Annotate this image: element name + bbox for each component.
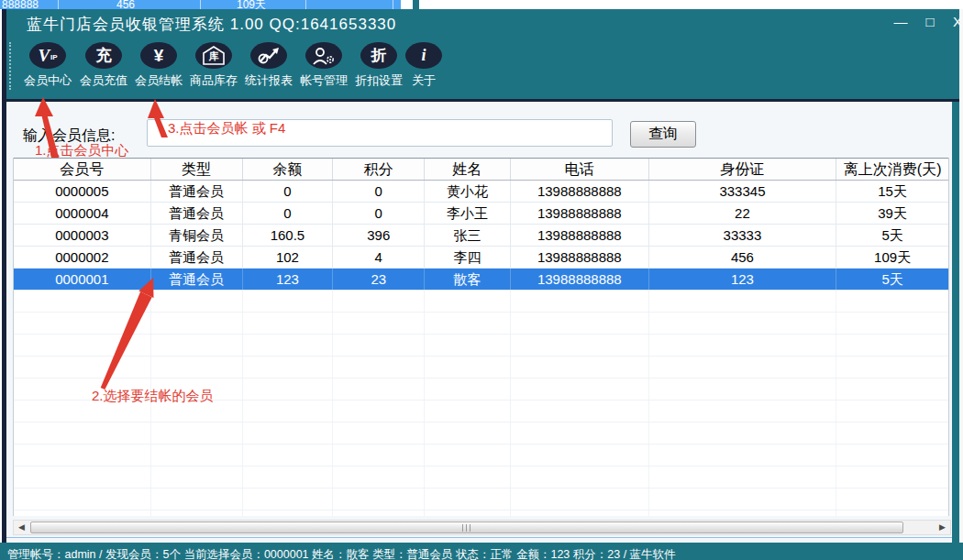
scrollbar-thumb[interactable] — [30, 522, 903, 533]
table-cell — [14, 291, 151, 312]
table-cell — [151, 511, 243, 516]
table-cell — [511, 291, 649, 312]
column-header[interactable]: 类型 — [151, 159, 243, 180]
table-row — [14, 335, 948, 357]
column-header[interactable]: 积分 — [333, 159, 425, 180]
table-cell: 102 — [243, 247, 334, 268]
table-cell — [151, 423, 243, 444]
table-cell — [836, 335, 948, 356]
table-cell — [836, 357, 948, 378]
table-cell — [151, 357, 243, 378]
table-cell — [649, 489, 837, 510]
toolbar-member-center[interactable]: VIP 会员中心 — [20, 40, 75, 95]
table-cell — [511, 489, 649, 510]
toolbar-label: 关于 — [403, 72, 445, 89]
toolbar-label: 折扣设置 — [351, 72, 406, 89]
toolbar-inventory[interactable]: 库 商品库存 — [186, 40, 241, 95]
background-cell: 109天 — [237, 0, 266, 9]
table-cell: 普通会员 — [151, 247, 243, 268]
status-bar: 管理帐号：admin / 发现会员：5个 当前选择会员：0000001 姓名：散… — [0, 543, 963, 560]
column-header[interactable]: 电话 — [511, 159, 649, 180]
query-button[interactable]: 查询 — [630, 121, 696, 148]
table-cell — [511, 511, 649, 516]
table-cell — [333, 511, 425, 516]
table-cell — [649, 313, 837, 334]
minimize-button[interactable]: — — [890, 13, 912, 31]
status-text: 管理帐号：admin / 发现会员：5个 当前选择会员：0000001 姓名：散… — [7, 547, 676, 560]
table-cell: 13988888888 — [511, 269, 649, 290]
table-cell — [333, 379, 425, 400]
toolbar-grip — [9, 42, 11, 90]
table-header-row: 会员号 类型 余额 积分 姓名 电话 身份证 离上次消费(天) — [14, 158, 948, 181]
table-cell: 160.5 — [243, 225, 334, 246]
yen-icon: ¥ — [140, 42, 177, 69]
table-cell — [649, 467, 837, 488]
table-cell — [836, 401, 948, 422]
window-title: 蓝牛门店会员收银管理系统 1.00 QQ:1641653330 — [27, 14, 396, 35]
column-header[interactable]: 会员号 — [14, 159, 151, 180]
discount-icon: 折 — [360, 42, 397, 69]
table-cell — [836, 379, 948, 400]
table-cell — [425, 489, 511, 510]
close-button[interactable]: X — [946, 13, 963, 31]
table-cell — [649, 445, 837, 466]
table-cell: 23 — [333, 269, 425, 290]
toolbar-account-management[interactable]: 帐号管理 — [296, 40, 351, 95]
scroll-left-arrow[interactable]: ◀ — [14, 521, 29, 534]
table-row — [14, 423, 948, 445]
table-row[interactable]: 0000005普通会员00黄小花1398888888833334515天 — [14, 181, 948, 203]
table-cell — [151, 445, 243, 466]
table-cell — [649, 379, 837, 400]
table-cell — [333, 335, 425, 356]
table-cell: 散客 — [425, 269, 511, 290]
chart-icon — [250, 42, 287, 69]
horizontal-scrollbar[interactable]: ◀ ▶ — [13, 520, 951, 535]
column-header[interactable]: 姓名 — [425, 159, 511, 180]
table-cell: 李四 — [425, 247, 511, 268]
table-cell: 青铜会员 — [151, 225, 243, 246]
table-row[interactable]: 0000002普通会员1024李四13988888888456109天 — [14, 247, 948, 269]
table-body: 0000005普通会员00黄小花1398888888833334515天0000… — [14, 181, 948, 516]
vip-icon: VIP — [29, 42, 66, 69]
table-cell — [333, 423, 425, 444]
window-right-border — [952, 35, 959, 543]
table-cell: 333345 — [649, 181, 837, 202]
toolbar-reports[interactable]: 统计报表 — [241, 40, 296, 95]
column-header[interactable]: 离上次消费(天) — [836, 159, 948, 180]
toolbar-label: 商品库存 — [186, 72, 241, 89]
table-cell — [14, 357, 151, 378]
maximize-button[interactable]: □ — [919, 13, 941, 31]
column-header[interactable]: 身份证 — [649, 159, 837, 180]
table-cell — [14, 511, 151, 516]
table-cell — [333, 489, 425, 510]
table-cell — [151, 313, 243, 334]
toolbar-label: 统计报表 — [241, 72, 296, 89]
table-cell — [14, 423, 151, 444]
toolbar: VIP 会员中心 充 会员充值 ¥ 会员结帐 库 商品库存 — [6, 35, 959, 99]
table-cell — [243, 445, 334, 466]
toolbar-about[interactable]: i 关于 — [403, 40, 445, 95]
toolbar-member-checkout[interactable]: ¥ 会员结帐 — [131, 40, 186, 95]
toolbar-discount-settings[interactable]: 折 折扣设置 — [351, 40, 406, 95]
table-row[interactable]: 0000001普通会员12323散客139888888881235天 — [14, 269, 948, 291]
table-cell — [836, 291, 948, 312]
background-cell: 456 — [116, 0, 135, 9]
table-cell — [333, 291, 425, 312]
table-row[interactable]: 0000004普通会员00李小王139888888882239天 — [14, 203, 948, 225]
table-cell — [511, 401, 649, 422]
toolbar-member-recharge[interactable]: 充 会员充值 — [76, 40, 131, 95]
table-cell — [243, 511, 334, 516]
table-cell: 张三 — [425, 225, 511, 246]
table-cell: 5天 — [836, 269, 948, 290]
table-row — [14, 445, 948, 467]
column-header[interactable]: 余额 — [243, 159, 334, 180]
table-cell — [243, 489, 334, 510]
table-cell — [649, 335, 837, 356]
table-cell — [14, 467, 151, 488]
table-cell — [333, 313, 425, 334]
table-cell: 396 — [333, 225, 425, 246]
info-icon: i — [405, 42, 442, 69]
scroll-right-arrow[interactable]: ▶ — [935, 521, 950, 534]
table-row[interactable]: 0000003青铜会员160.5396张三13988888888333335天 — [14, 225, 948, 247]
background-window-strip: 888888 456 109天 — [0, 0, 963, 9]
